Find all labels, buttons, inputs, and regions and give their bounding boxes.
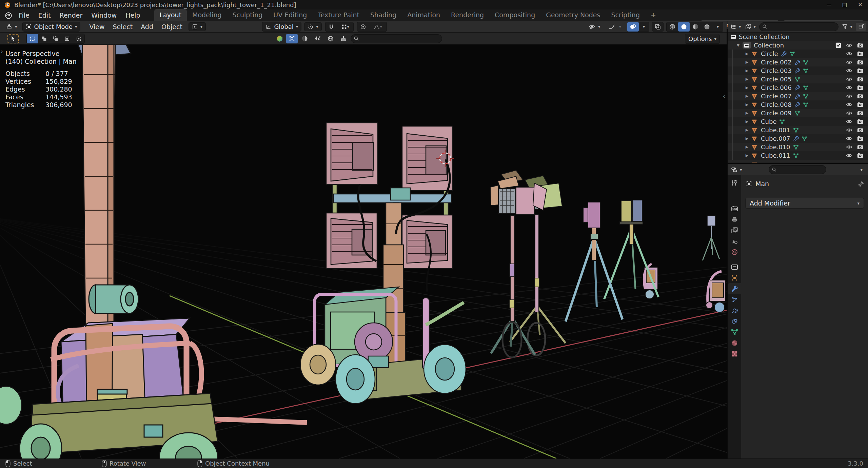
outliner-row-cube.010[interactable]: ▶Cube.010 bbox=[728, 143, 868, 151]
tab-modeling[interactable]: Modeling bbox=[187, 9, 227, 21]
mode-dropdown[interactable]: Object Mode ▾ bbox=[22, 22, 81, 32]
tab-geometry-nodes[interactable]: Geometry Nodes bbox=[540, 9, 606, 21]
search-field[interactable] bbox=[351, 34, 442, 43]
expand-arrow-icon[interactable]: ▶ bbox=[744, 60, 750, 64]
properties-options-chevron[interactable]: ▾ bbox=[860, 167, 863, 172]
eye-icon[interactable] bbox=[846, 85, 852, 90]
expand-arrow-icon[interactable]: ▶ bbox=[744, 102, 750, 107]
options-dropdown[interactable]: Options ▾ bbox=[685, 34, 720, 44]
properties-tab-constraints[interactable] bbox=[728, 316, 741, 327]
outliner-search-field[interactable] bbox=[759, 22, 839, 31]
select-mode-new[interactable] bbox=[27, 34, 38, 43]
eye-icon[interactable] bbox=[846, 119, 852, 124]
menu-select[interactable]: Select bbox=[109, 22, 137, 32]
menu-render[interactable]: Render bbox=[55, 10, 87, 20]
properties-tab-output[interactable] bbox=[728, 214, 741, 225]
eye-icon[interactable] bbox=[846, 111, 852, 116]
gradient-hexagon-icon[interactable] bbox=[275, 35, 285, 42]
snap-target-dropdown[interactable]: ▾ bbox=[337, 22, 353, 32]
properties-tab-render[interactable] bbox=[728, 203, 741, 214]
outliner-row-circle.006[interactable]: ▶Circle.006 bbox=[728, 83, 868, 92]
outliner-row-circle.007[interactable]: ▶Circle.007 bbox=[728, 92, 868, 100]
pin-id-icon[interactable] bbox=[858, 181, 864, 187]
camera-icon[interactable] bbox=[857, 51, 863, 56]
add-workspace-button[interactable]: + bbox=[645, 9, 662, 21]
overlays-dropdown[interactable]: ▾ bbox=[639, 22, 649, 32]
menu-add[interactable]: Add bbox=[137, 22, 157, 32]
properties-tab-particles[interactable] bbox=[728, 294, 741, 305]
outliner-display-mode-dropdown[interactable]: ▾ bbox=[730, 23, 742, 31]
select-mode-subtract[interactable] bbox=[50, 34, 61, 43]
menu-help[interactable]: Help bbox=[121, 10, 144, 20]
sidebar-expand-arrow[interactable]: ‹ bbox=[723, 93, 725, 100]
properties-tab-physics[interactable] bbox=[728, 305, 741, 316]
outliner-row-cube.011[interactable]: ▶Cube.011 bbox=[728, 151, 868, 160]
eye-icon[interactable] bbox=[846, 94, 852, 99]
outliner-row-circle[interactable]: ▶Circle bbox=[728, 50, 868, 58]
outliner-row-cube.007[interactable]: ▶Cube.007 bbox=[728, 134, 868, 143]
camera-icon[interactable] bbox=[857, 119, 863, 124]
expand-arrow-icon[interactable]: ▶ bbox=[744, 69, 750, 73]
eye-icon[interactable] bbox=[846, 153, 852, 158]
add-modifier-button[interactable]: Add Modifier ▾ bbox=[745, 198, 864, 209]
outliner-row-partial[interactable]: ▶ bbox=[728, 160, 868, 162]
broom-brush-icon[interactable] bbox=[338, 34, 349, 43]
maximize-icon[interactable]: □ bbox=[837, 0, 852, 9]
menu-window[interactable]: Window bbox=[87, 10, 121, 20]
collapse-arrow-icon[interactable]: ▼ bbox=[735, 43, 741, 47]
properties-tab-view-layer[interactable] bbox=[728, 225, 741, 236]
eye-icon[interactable] bbox=[846, 77, 852, 82]
tab-scripting[interactable]: Scripting bbox=[606, 9, 645, 21]
toolbar-expand-arrow[interactable]: › bbox=[1, 48, 3, 55]
properties-tab-object[interactable] bbox=[728, 272, 741, 283]
expand-arrow-icon[interactable]: ▶ bbox=[744, 145, 750, 149]
outliner-row-scene-collection[interactable]: Scene Collection bbox=[728, 33, 868, 41]
expand-arrow-icon[interactable]: ▶ bbox=[744, 52, 750, 56]
eye-icon[interactable] bbox=[846, 128, 852, 133]
outliner-filter-type-dropdown[interactable]: ▾ bbox=[745, 23, 757, 31]
proportional-editing-toggle[interactable] bbox=[357, 22, 369, 32]
menu-view[interactable]: View bbox=[85, 22, 108, 32]
shading-wireframe-button[interactable] bbox=[667, 22, 678, 32]
camera-icon[interactable] bbox=[857, 128, 863, 133]
shading-rendered-button[interactable] bbox=[701, 22, 713, 32]
eye-icon[interactable] bbox=[846, 68, 852, 73]
properties-tab-scene[interactable] bbox=[728, 236, 741, 247]
menu-file[interactable]: File bbox=[14, 10, 34, 20]
tab-layout[interactable]: Layout bbox=[154, 9, 187, 21]
select-mode-intersect[interactable] bbox=[73, 34, 84, 43]
camera-icon[interactable] bbox=[857, 60, 863, 65]
select-mode-invert[interactable] bbox=[61, 34, 73, 43]
properties-search-field[interactable] bbox=[769, 165, 826, 174]
shading-solid-button[interactable] bbox=[678, 22, 690, 32]
select-mode-extend[interactable] bbox=[38, 34, 50, 43]
shading-material-button[interactable] bbox=[690, 22, 701, 32]
tab-rendering[interactable]: Rendering bbox=[446, 9, 489, 21]
outliner-row-circle.005[interactable]: ▶Circle.005 bbox=[728, 75, 868, 83]
object-visibility-dropdown[interactable]: ▾ bbox=[585, 22, 604, 31]
camera-icon[interactable] bbox=[857, 43, 863, 48]
properties-editor-type-button[interactable]: ▾ bbox=[730, 166, 743, 174]
editor-type-button[interactable]: ▾ bbox=[3, 22, 20, 31]
properties-tab-collection[interactable] bbox=[728, 261, 741, 272]
tab-sculpting[interactable]: Sculpting bbox=[227, 9, 268, 21]
camera-icon[interactable] bbox=[857, 153, 863, 158]
3d-viewport[interactable]: User Perspective (140) Collection | Man … bbox=[0, 44, 727, 459]
eye-icon[interactable] bbox=[846, 102, 852, 107]
tab-uv-editing[interactable]: UV Editing bbox=[268, 9, 312, 21]
properties-tab-texture[interactable] bbox=[728, 348, 741, 359]
eye-icon[interactable] bbox=[846, 144, 852, 150]
x-ray-toggle[interactable] bbox=[652, 22, 664, 32]
expand-arrow-icon[interactable]: ▶ bbox=[744, 85, 750, 90]
properties-tab-tool[interactable] bbox=[728, 177, 741, 188]
eye-icon[interactable] bbox=[846, 51, 852, 56]
expand-arrow-icon[interactable]: ▶ bbox=[744, 94, 750, 98]
menu-object[interactable]: Object bbox=[157, 22, 186, 32]
snap-magnet-toggle[interactable] bbox=[326, 22, 337, 32]
blender-menu-logo-icon[interactable] bbox=[4, 11, 12, 19]
camera-icon[interactable] bbox=[857, 85, 863, 90]
properties-tab-object-data[interactable] bbox=[728, 327, 741, 337]
outliner-row-circle.002[interactable]: ▶Circle.002 bbox=[728, 58, 868, 66]
expand-arrow-icon[interactable]: ▶ bbox=[744, 77, 750, 81]
floodlight-bottom-left[interactable] bbox=[326, 213, 377, 269]
